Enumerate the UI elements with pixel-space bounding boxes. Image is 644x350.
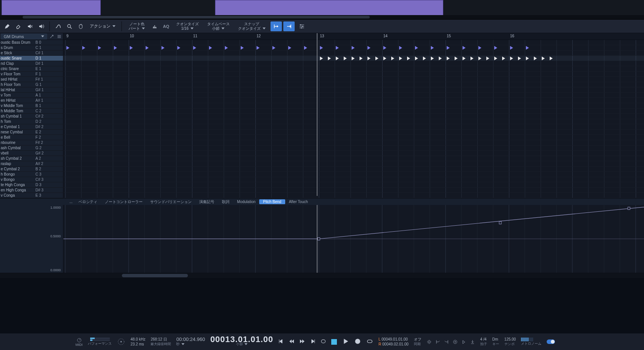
controller-tab[interactable]: ノートコントローラー [101,199,146,205]
list-icon[interactable] [56,34,62,40]
midi-note[interactable] [304,46,307,50]
drum-row[interactable]: v Middle TomB 1 [0,103,63,109]
drum-row[interactable]: s DrumC 1 [0,45,63,50]
precount-icon[interactable] [461,339,466,344]
midi-note[interactable] [470,57,473,60]
midi-note[interactable] [447,57,450,60]
midi-note[interactable] [146,46,149,50]
midi-note[interactable] [82,46,85,50]
go-to-end-icon[interactable] [310,339,315,345]
drum-row[interactable]: v BongoC# 3 [0,177,63,182]
midi-note[interactable] [383,46,386,50]
midi-note[interactable] [98,46,101,50]
draw-tool-icon[interactable] [2,21,12,31]
time-display[interactable]: 00:00:24.960 秒 [176,337,205,347]
marker-out-icon[interactable] [444,339,449,344]
marker-in-icon[interactable] [435,339,440,344]
overview-scrollbar[interactable] [0,15,644,19]
curve-tool-icon[interactable] [53,21,63,31]
hand-tool-icon[interactable] [75,21,86,31]
position-display[interactable]: 00013.01.01.00 小節 [210,337,273,347]
auto-quantize-toggle[interactable]: AQ [161,24,172,29]
drum-row[interactable]: h Floor TomG 1 [0,82,63,87]
midi-note[interactable] [399,46,402,50]
drum-row[interactable]: h Middle TomC 2 [0,109,63,114]
zoom-icon[interactable] [64,21,75,31]
midi-note[interactable] [352,46,355,50]
drum-row[interactable]: e Cymbal 2B 2 [0,167,63,172]
midi-note[interactable] [502,57,505,60]
drum-row[interactable]: v Floor TomF 1 [0,72,63,77]
midi-note[interactable] [367,57,370,60]
drum-row[interactable]: e StickC# 1 [0,50,63,56]
drum-row[interactable]: ash CymbalG 2 [0,145,63,151]
midi-note[interactable] [455,57,458,60]
midi-note[interactable] [518,57,521,60]
forward-icon[interactable] [300,339,305,345]
drum-row[interactable]: nd ClapD# 1 [0,61,63,66]
drum-row[interactable]: en High CongaD# 3 [0,188,63,193]
drum-row[interactable]: oustic SnareD 1 [0,56,63,61]
note-color-select[interactable]: ノート色 パート [125,22,149,31]
note-grid[interactable]: 910111213141516 ...ベロシティノートコントローラーサウンドバリ… [63,33,644,264]
settings-icon[interactable] [296,21,307,31]
snap-toggle-b[interactable] [283,21,295,31]
controller-tab[interactable]: 歌詞 [218,199,233,205]
action-menu[interactable]: アクション [87,22,118,30]
rewind-icon[interactable] [289,339,294,345]
midi-note[interactable] [344,57,347,60]
midi-note[interactable] [161,46,164,50]
midi-note[interactable] [423,57,426,60]
drum-row[interactable]: nbourineF# 2 [0,140,63,145]
midi-note[interactable] [288,46,291,50]
midi-note[interactable] [66,46,69,50]
midi-note[interactable] [328,57,331,60]
performance-meter[interactable]: MIDI [75,337,83,347]
midi-note[interactable] [431,46,434,50]
drum-row[interactable]: oustic Bass DrumB 0 [0,40,63,45]
midi-note[interactable] [257,46,260,50]
midi-note[interactable] [494,46,497,50]
locator-display[interactable]: 00049.01.01.00 00049.02.01.00 [378,337,409,347]
cpu-icon[interactable] [117,338,125,346]
midi-note[interactable] [431,57,434,60]
drum-row[interactable]: vbellG# 2 [0,151,63,156]
cycle-button[interactable] [366,338,373,345]
drum-map-select[interactable]: GM Drums [1,34,47,40]
drum-row[interactable]: nese CymbalE 2 [0,130,63,135]
midi-note[interactable] [542,57,545,60]
midi-note[interactable] [336,57,339,60]
go-to-start-icon[interactable] [278,339,284,345]
key-display[interactable]: Dmキー [492,337,499,347]
gear-icon[interactable] [427,339,432,344]
tempo-display[interactable]: 125.00テンポ [504,337,516,347]
playhead[interactable] [317,33,317,196]
drum-row[interactable]: raslapA# 2 [0,161,63,167]
drum-row[interactable]: sh Cymbal 2A 2 [0,156,63,161]
controller-tab[interactable]: ... [67,199,75,204]
controller-tab[interactable]: 演奏記号 [195,199,218,205]
midi-note[interactable] [526,46,529,50]
time-signature[interactable]: 4 /4拍子 [480,337,487,347]
punch-display[interactable]: オフ 同期 [414,337,421,347]
drum-row[interactable]: sh Cymbal 1C# 2 [0,114,63,119]
midi-note[interactable] [494,57,497,60]
midi-note[interactable] [534,57,537,60]
click-icon[interactable] [453,339,458,344]
controller-tab[interactable]: Pitch Bend [259,199,285,204]
midi-note[interactable] [415,57,418,60]
midi-note[interactable] [367,46,370,50]
stop-button[interactable] [331,339,337,345]
controller-lane[interactable] [63,205,644,273]
erase-tool-icon[interactable] [13,21,24,31]
snap-select[interactable]: スナップ クオンタイズ [234,22,269,31]
time-ruler[interactable]: 910111213141516 [63,33,644,40]
midi-note[interactable] [415,46,418,50]
quantize-select[interactable]: クオンタイズ 1/16 [172,22,203,31]
drum-row[interactable]: e Cymbal 1D# 2 [0,124,63,130]
loop-icon[interactable] [321,339,326,345]
mute-icon[interactable] [25,21,35,31]
midi-note[interactable] [510,57,513,60]
controller-tab[interactable]: サウンドバリエーション [146,199,195,205]
midi-note[interactable] [193,46,196,50]
